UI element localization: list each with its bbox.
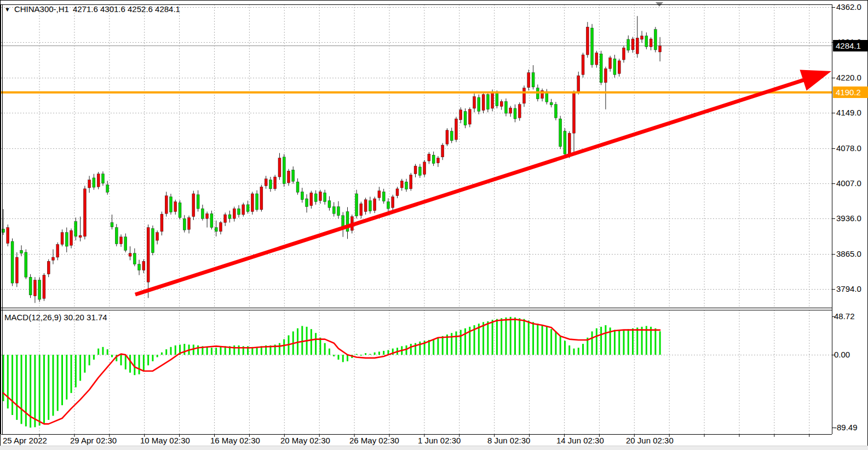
- candle-bull: [428, 154, 430, 161]
- candle-bull: [410, 175, 412, 188]
- candle-bull: [56, 244, 59, 257]
- time-axis-label: 29 Apr 02:30: [70, 436, 117, 445]
- candle-bull: [265, 179, 267, 186]
- candle-bull: [618, 61, 620, 74]
- candle-bear: [183, 218, 186, 230]
- candle-bull: [120, 237, 123, 244]
- time-axis-label: 20 Jun 02:30: [626, 436, 674, 445]
- candle-bull: [278, 158, 281, 177]
- candle-bull: [582, 55, 584, 74]
- candle-bull: [156, 233, 159, 241]
- candle-bull: [649, 39, 652, 47]
- time-axis-label: 8 Jun 02:30: [487, 436, 530, 445]
- candle-bull: [206, 214, 209, 218]
- candle-bull: [527, 73, 530, 88]
- chart-window: ▼ CHINA300-,H1 4271.6 4301.6 4252.6 4284…: [0, 0, 868, 450]
- candle-bull: [242, 205, 245, 215]
- candle-bull: [482, 95, 485, 111]
- candle-bear: [464, 111, 467, 125]
- candle-bear: [93, 178, 95, 187]
- candle-bull: [604, 68, 607, 82]
- price-axis-label: 3936.0: [836, 214, 861, 222]
- candle-bull: [129, 253, 131, 256]
- candle-bear: [324, 193, 326, 201]
- candle-bull: [33, 280, 36, 296]
- candle-bull: [188, 217, 191, 229]
- candle-bear: [215, 228, 217, 232]
- candle-bull: [51, 257, 54, 260]
- candle-bull: [15, 257, 18, 283]
- candle-bull: [636, 38, 639, 54]
- candle-bear: [238, 209, 240, 215]
- candle-bear: [169, 197, 172, 212]
- candle-bear: [269, 180, 272, 189]
- candle-bear: [283, 157, 285, 184]
- candle-bear: [314, 194, 317, 202]
- candle-bull: [165, 196, 168, 214]
- candle-bull: [83, 189, 86, 236]
- candle-bear: [101, 174, 104, 183]
- time-axis-label: 16 May 02:30: [210, 436, 260, 445]
- candle-bull: [473, 96, 476, 108]
- bid-price-badge: 4284.1: [833, 40, 868, 51]
- candle-bull: [523, 88, 526, 103]
- candle-bull: [47, 261, 50, 274]
- candle-bear: [418, 167, 421, 175]
- candle-bear: [332, 206, 335, 214]
- candle-bear: [645, 36, 648, 47]
- candle-bull: [61, 233, 64, 245]
- candle-bull: [310, 193, 313, 206]
- macd-axis-label: 48.72: [834, 312, 855, 320]
- candle-bull: [573, 93, 576, 133]
- time-axis-label: 20 May 02:30: [280, 436, 330, 445]
- candle-bear: [600, 54, 602, 83]
- candle-bear: [627, 39, 630, 50]
- candle-bear: [432, 155, 435, 163]
- candle-bull: [436, 158, 439, 163]
- candle-bear: [29, 277, 32, 295]
- candle-bear: [210, 214, 213, 227]
- candle-bear: [292, 170, 295, 181]
- candle-bull: [631, 39, 634, 50]
- candle-bear: [124, 237, 127, 250]
- candle-bear: [478, 97, 480, 111]
- candle-bear: [246, 205, 249, 212]
- candle-bear: [355, 194, 358, 216]
- time-axis-label: 14 Jun 02:30: [556, 436, 604, 445]
- candle-bear: [387, 201, 389, 209]
- candle-bear: [486, 95, 489, 109]
- candle-bear: [296, 182, 299, 192]
- candle-bull: [609, 57, 612, 68]
- candle-bull: [97, 174, 100, 187]
- candle-bull: [79, 235, 82, 238]
- chart-title: ▼ CHINA300-,H1 4271.6 4301.6 4252.6 4284…: [4, 5, 180, 13]
- candle-bull: [160, 214, 163, 232]
- candle-bull: [441, 145, 444, 157]
- candle-bull: [509, 108, 512, 113]
- chart-canvas[interactable]: [0, 0, 868, 450]
- candle-bull: [378, 191, 381, 198]
- candle-bull: [568, 133, 571, 154]
- candle-bull: [641, 36, 643, 39]
- candle-bear: [613, 59, 616, 74]
- candle-bull: [360, 204, 363, 216]
- candle-bear: [564, 131, 566, 154]
- price-axis-label: 4078.0: [836, 144, 861, 152]
- candle-bear: [559, 119, 562, 147]
- macd-indicator-label: MACD(12,26,9) 30.20 31.74: [4, 313, 107, 321]
- candle-bear: [369, 201, 371, 211]
- candle-bull: [455, 119, 458, 140]
- candle-bull: [392, 197, 394, 207]
- candle-bull: [7, 228, 9, 244]
- candle-bull: [288, 171, 290, 183]
- candle-bear: [228, 215, 231, 218]
- candle-bear: [450, 131, 453, 141]
- candle-bear: [532, 73, 534, 87]
- window-frame: [1, 1, 868, 450]
- price-axis-label: 4220.0: [836, 73, 861, 82]
- price-axis-label: 4362.0: [836, 3, 861, 11]
- candle-bear: [25, 252, 27, 277]
- candle-bull: [500, 101, 503, 106]
- candle-bear: [38, 280, 41, 299]
- candle-bear: [151, 228, 154, 252]
